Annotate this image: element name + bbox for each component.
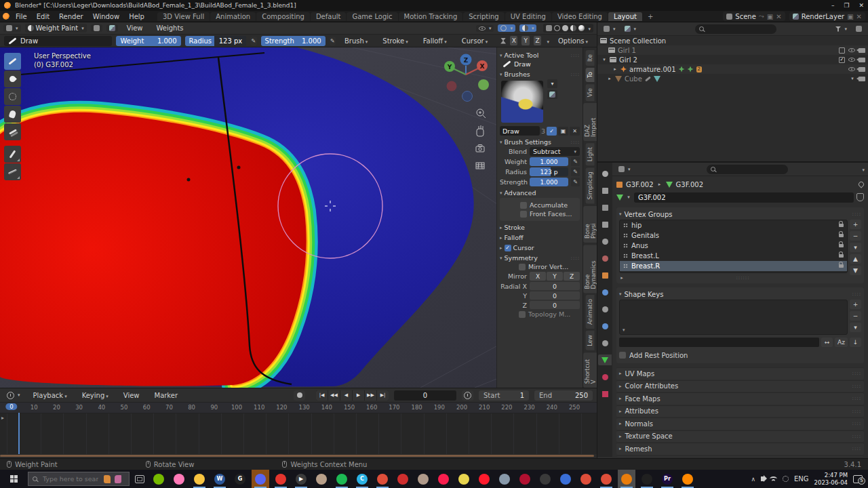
add-workspace-button[interactable]: +: [644, 13, 657, 20]
sidebar-tab[interactable]: DAZ Import: [583, 103, 597, 141]
render-camera-icon[interactable]: [859, 77, 865, 81]
remove-vertex-group-button[interactable]: −: [850, 231, 861, 241]
shape-keys-list[interactable]: ▾: [619, 300, 848, 335]
vertex-group-row[interactable]: Genitals: [620, 230, 847, 241]
viewport-canvas[interactable]: Z Y X User Perspective (0) G3F.002: [0, 47, 597, 388]
blender-menu-icon[interactable]: [3, 13, 9, 20]
taskbar-app-chrome[interactable]: [374, 470, 391, 488]
brush-users-count[interactable]: 3: [541, 127, 545, 135]
view-menu[interactable]: View: [122, 24, 148, 33]
symmetry-dropdown[interactable]: [545, 37, 549, 45]
taskbar-app-opera[interactable]: [475, 470, 493, 488]
taskbar-app-sphere-red-dot[interactable]: [638, 470, 656, 488]
add-vertex-group-button[interactable]: +: [850, 220, 861, 229]
lock-icon[interactable]: [839, 254, 844, 258]
sidebar-tab[interactable]: Bone Physi: [583, 206, 597, 243]
language-indicator[interactable]: ENG: [794, 475, 809, 483]
sidebar-tab[interactable]: Vie: [586, 84, 595, 101]
browse-data-dropdown[interactable]: ▾: [626, 195, 631, 200]
keying-menu[interactable]: Keying: [77, 391, 113, 400]
close-button[interactable]: ✕: [859, 2, 864, 9]
delete-scene-icon[interactable]: ✕: [776, 13, 781, 20]
sidebar-tab[interactable]: Shortcut V: [583, 352, 597, 388]
collapsed-panel-header[interactable]: Geometry Dat...::::: [616, 455, 864, 458]
minimize-button[interactable]: –: [831, 2, 835, 9]
rendered-shading-icon[interactable]: [578, 25, 585, 31]
radial-z-field[interactable]: 0: [530, 301, 580, 309]
vertex-groups-header[interactable]: Vertex Groups::::: [619, 209, 861, 220]
gizmos-dropdown[interactable]: [498, 24, 515, 32]
timeline-ruler[interactable]: 0102030405060708090100110120130140150160…: [0, 403, 597, 413]
new-collection-button[interactable]: [853, 25, 865, 33]
sort-alpha-icon[interactable]: Az: [835, 338, 848, 347]
timeline-tracks[interactable]: ▸: [0, 413, 597, 454]
taskbar-app-blender[interactable]: [618, 470, 635, 488]
vertex-group-specials-menu[interactable]: ▾: [850, 243, 861, 252]
popover-menu[interactable]: Cursor: [457, 37, 492, 45]
properties-tab-modifiers[interactable]: [598, 287, 612, 298]
taskbar-app-voicemod[interactable]: [313, 470, 330, 488]
weight-slider[interactable]: Weight 1.000: [116, 36, 180, 46]
symmetry-panel-header[interactable]: Symmetry::::: [500, 254, 580, 262]
lock-icon[interactable]: [839, 244, 844, 247]
pin-scene-icon[interactable]: ⤳: [759, 12, 764, 20]
jump-to-start-button[interactable]: |◀: [316, 390, 328, 401]
play-button[interactable]: ▶: [353, 390, 364, 401]
properties-tab-view-layer[interactable]: [598, 219, 612, 230]
tool-smear-brush[interactable]: [4, 106, 21, 123]
properties-tab-output[interactable]: [598, 202, 612, 213]
active-tool-panel-header[interactable]: Active Tool::::: [500, 52, 580, 59]
properties-search[interactable]: [707, 165, 788, 174]
properties-tab-texture[interactable]: [598, 388, 612, 399]
radius-slider-panel[interactable]: 123 p: [530, 167, 568, 176]
popover-menu[interactable]: Falloff: [418, 37, 452, 45]
brush-image-icon[interactable]: [547, 90, 557, 99]
render-camera-icon[interactable]: [859, 67, 865, 72]
render-layer-selector[interactable]: RenderLayer ▣ ✕: [789, 12, 865, 21]
popover-menu[interactable]: Stroke: [378, 37, 412, 45]
menu-item[interactable]: Render: [54, 12, 88, 21]
radius-slider[interactable]: Radius 123 px: [185, 36, 247, 46]
taskbar-app-spotify[interactable]: [333, 470, 351, 488]
timeline-view-menu[interactable]: View: [119, 391, 144, 400]
shape-key-specials-menu[interactable]: ▾: [850, 323, 861, 332]
workspace-tab[interactable]: Video Editing: [552, 12, 608, 21]
sidebar-tab[interactable]: Ite: [586, 50, 595, 66]
taskbar-app-discord[interactable]: [252, 470, 269, 488]
workspace-tab[interactable]: Compositing: [256, 12, 310, 21]
next-keyframe-button[interactable]: ▶▶: [365, 390, 376, 401]
outliner-search-input[interactable]: [707, 26, 772, 33]
properties-tab-object-data[interactable]: [598, 354, 612, 365]
properties-tab-physics[interactable]: [598, 321, 612, 331]
range-icon[interactable]: ↔: [821, 338, 833, 347]
marker-menu[interactable]: Marker: [150, 391, 183, 400]
properties-tab-scene[interactable]: [598, 236, 612, 247]
overlays-dropdown[interactable]: [519, 24, 537, 32]
workspace-tab[interactable]: 3D View Full: [157, 12, 210, 21]
properties-tab-world[interactable]: [598, 253, 612, 264]
advanced-panel-header[interactable]: Advanced: [500, 189, 580, 197]
move-group-down-button[interactable]: ▼: [850, 266, 861, 275]
chevron-down-icon[interactable]: ▾: [850, 76, 855, 81]
taskbar-app-premiere[interactable]: Pr: [658, 470, 676, 488]
taskbar-search[interactable]: [28, 472, 130, 486]
taskbar-app-media-player[interactable]: ▶: [292, 470, 310, 488]
use-preview-range-button[interactable]: [462, 390, 473, 401]
add-rest-position-checkbox[interactable]: [619, 352, 626, 359]
outliner-row-girl2[interactable]: ▾ Girl 2: [597, 55, 868, 64]
radial-y-field[interactable]: 0: [530, 291, 580, 300]
properties-tab-active-tool[interactable]: [598, 168, 612, 179]
vertex-group-row[interactable]: Breast.L: [620, 251, 847, 261]
strength-slider[interactable]: Strength 1.000: [261, 36, 326, 46]
sidebar-tab[interactable]: Animatio: [586, 295, 595, 329]
taskbar-clock[interactable]: 2:47 PM 2023-06-04: [814, 472, 848, 486]
exclude-checkbox[interactable]: [839, 47, 845, 54]
collapsed-panel-header[interactable]: Texture Space::::: [616, 430, 864, 443]
wifi-icon[interactable]: [770, 476, 777, 481]
sidebar-tab[interactable]: Light: [586, 143, 595, 165]
brush-select-dropdown[interactable]: ▾: [547, 79, 557, 88]
properties-tab-particles[interactable]: [598, 304, 612, 314]
options-menu[interactable]: Options: [553, 37, 593, 45]
collapsed-panel-header[interactable]: UV Maps::::: [616, 367, 864, 380]
brushes-panel-header[interactable]: Brushes::::: [500, 70, 580, 78]
